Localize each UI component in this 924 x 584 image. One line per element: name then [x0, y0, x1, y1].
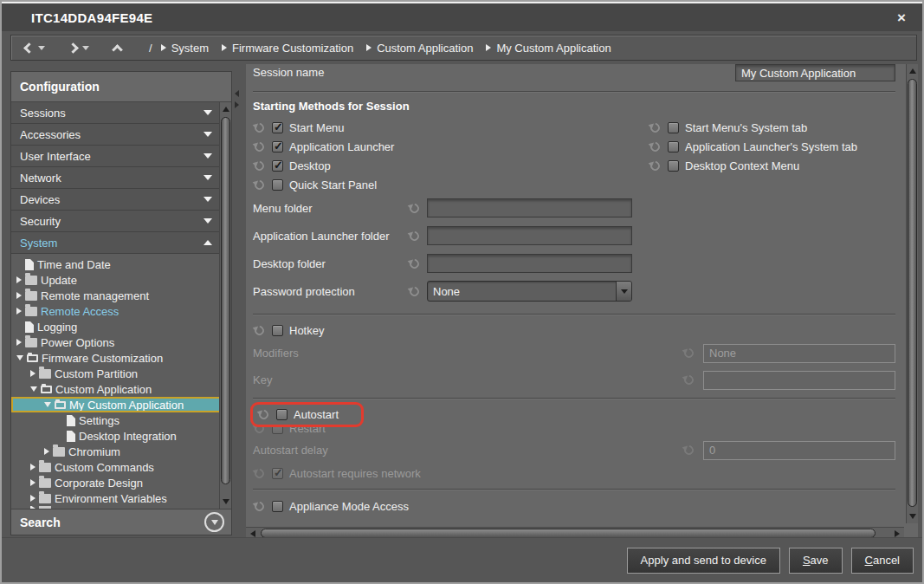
- tree-item-time-and-date[interactable]: Time and Date: [11, 256, 231, 272]
- breadcrumb-item-firmware-customization[interactable]: Firmware Customization: [222, 42, 353, 55]
- reset-to-default-icon[interactable]: [408, 230, 421, 243]
- back-history-dropdown[interactable]: [38, 46, 45, 50]
- breadcrumb-root[interactable]: /: [149, 42, 152, 55]
- forward-button[interactable]: [69, 44, 77, 52]
- reset-to-default-icon[interactable]: [408, 257, 421, 270]
- cancel-button[interactable]: Cancel: [851, 548, 914, 574]
- apply-and-send-to-device-button[interactable]: Apply and send to device: [627, 548, 780, 574]
- scroll-up-icon[interactable]: [907, 65, 919, 77]
- tree-item-firmware-customization[interactable]: Firmware Customization: [11, 350, 231, 366]
- panel-vertical-scrollbar[interactable]: [906, 64, 918, 523]
- expander-icon[interactable]: [30, 370, 36, 377]
- tree-item-chromium[interactable]: Chromium: [11, 444, 231, 459]
- tree-item-custom-application[interactable]: Custom Application: [11, 381, 231, 397]
- starting-methods-grid: Start MenuApplication LauncherDesktopQui…: [253, 118, 895, 194]
- expander-icon[interactable]: [16, 292, 22, 299]
- appliance-mode-access-checkbox[interactable]: [272, 501, 283, 512]
- navigation-toolbar: / SystemFirmware CustomizationCustom App…: [10, 35, 917, 61]
- tree-item-update[interactable]: Update: [11, 272, 231, 288]
- reset-to-default-icon[interactable]: [408, 202, 421, 215]
- application-launcher-checkbox[interactable]: [272, 141, 283, 152]
- close-icon[interactable]: ×: [893, 10, 910, 27]
- collapse-icon[interactable]: [44, 402, 51, 407]
- sidebar-section-user-interface[interactable]: User Interface: [11, 146, 231, 167]
- tree-item-desktop-integration[interactable]: Desktop Integration: [11, 428, 231, 444]
- tree-item-settings[interactable]: Settings: [11, 412, 231, 428]
- session-name-input[interactable]: [735, 64, 895, 81]
- expander-icon[interactable]: [30, 495, 36, 502]
- autostart-checkbox[interactable]: [276, 409, 288, 420]
- expand-right-icon[interactable]: [235, 101, 239, 108]
- reset-to-default-icon[interactable]: [682, 444, 695, 457]
- tree-item-my-custom-application[interactable]: My Custom Application: [11, 397, 231, 412]
- reset-to-default-icon[interactable]: [257, 408, 270, 421]
- reset-to-default-icon[interactable]: [253, 159, 266, 172]
- reset-to-default-icon[interactable]: [682, 373, 695, 386]
- desktop-checkbox[interactable]: [272, 160, 283, 172]
- sidebar-section-accessories[interactable]: Accessories: [11, 124, 231, 146]
- scroll-down-icon[interactable]: [907, 510, 919, 522]
- desktop-context-menu-checkbox[interactable]: [668, 160, 679, 172]
- reset-to-default-icon[interactable]: [649, 159, 662, 172]
- reset-to-default-icon[interactable]: [253, 324, 266, 337]
- password-protection-select[interactable]: None: [427, 281, 632, 302]
- search-expand-button[interactable]: [204, 512, 224, 532]
- sidebar-section-system[interactable]: System: [11, 232, 231, 254]
- start-menu-s-system-tab-checkbox[interactable]: [668, 122, 679, 133]
- breadcrumb-item-system[interactable]: System: [161, 42, 209, 55]
- tree-item-logging[interactable]: Logging: [11, 319, 231, 334]
- sidebar-scrollbar[interactable]: [219, 102, 231, 509]
- reset-to-default-icon[interactable]: [649, 121, 662, 134]
- expander-icon[interactable]: [30, 479, 36, 486]
- expander-icon[interactable]: [30, 464, 36, 470]
- scrollbar-thumb[interactable]: [221, 117, 230, 484]
- tree-item-remote-access[interactable]: Remote Access: [11, 303, 231, 319]
- application-launcher-folder-input[interactable]: [427, 226, 632, 245]
- breadcrumb-item-my-custom-application[interactable]: My Custom Application: [486, 42, 611, 55]
- scrollbar-thumb[interactable]: [908, 79, 917, 507]
- desktop-folder-input[interactable]: [427, 254, 632, 273]
- tree-item-power-options[interactable]: Power Options: [11, 334, 231, 350]
- scroll-up-icon[interactable]: [220, 103, 231, 115]
- forward-history-dropdown[interactable]: [82, 46, 89, 50]
- reset-to-default-icon[interactable]: [682, 347, 695, 360]
- reset-to-default-icon[interactable]: [649, 140, 662, 153]
- sidebar-section-devices[interactable]: Devices: [11, 189, 231, 211]
- up-button[interactable]: [113, 42, 121, 54]
- tree-item-custom-partition[interactable]: Custom Partition: [11, 366, 231, 381]
- reset-to-default-icon[interactable]: [408, 285, 421, 298]
- expander-icon[interactable]: [16, 276, 22, 283]
- sidebar-section-sessions[interactable]: Sessions: [11, 102, 231, 124]
- quick-start-panel-checkbox[interactable]: [272, 179, 283, 191]
- expander-icon[interactable]: [44, 448, 49, 455]
- tree-item-corporate-design[interactable]: Corporate Design: [11, 475, 231, 490]
- collapse-icon[interactable]: [30, 386, 37, 392]
- reset-to-default-icon[interactable]: [253, 500, 266, 513]
- reset-to-default-icon[interactable]: [253, 178, 266, 191]
- row-start-menu: Start Menu: [253, 118, 649, 137]
- chevron-down-icon[interactable]: [616, 282, 631, 301]
- collapse-icon[interactable]: [16, 355, 23, 360]
- expander-icon[interactable]: [16, 308, 22, 315]
- tree-item-custom-commands[interactable]: Custom Commands: [11, 459, 231, 475]
- breadcrumb-item-custom-application[interactable]: Custom Application: [366, 42, 473, 55]
- reset-to-default-icon[interactable]: [253, 121, 266, 134]
- application-launcher-s-system-tab-checkbox[interactable]: [668, 141, 679, 152]
- save-button[interactable]: Save: [789, 548, 843, 574]
- reset-to-default-icon[interactable]: [253, 467, 266, 480]
- collapse-left-icon[interactable]: [235, 90, 239, 97]
- reset-to-default-icon[interactable]: [253, 140, 266, 153]
- menu-folder-input[interactable]: [427, 198, 632, 217]
- window-titlebar[interactable]: ITC14DDA94FE94E ×: [2, 2, 922, 31]
- tree-item-remote-management[interactable]: Remote management: [11, 288, 231, 303]
- start-menu-checkbox[interactable]: [272, 122, 283, 133]
- sidebar-section-security[interactable]: Security: [11, 211, 231, 232]
- sidebar-section-network[interactable]: Network: [11, 167, 231, 189]
- back-button[interactable]: [22, 44, 33, 52]
- hotkey-checkbox[interactable]: [272, 325, 283, 336]
- expander-icon[interactable]: [16, 339, 22, 346]
- tree-item-environment-variables[interactable]: Environment Variables: [11, 490, 231, 506]
- sidebar-splitter[interactable]: [235, 90, 239, 108]
- footer-buttons: Apply and send to deviceSaveCancel: [627, 548, 914, 574]
- scroll-down-icon[interactable]: [220, 496, 231, 508]
